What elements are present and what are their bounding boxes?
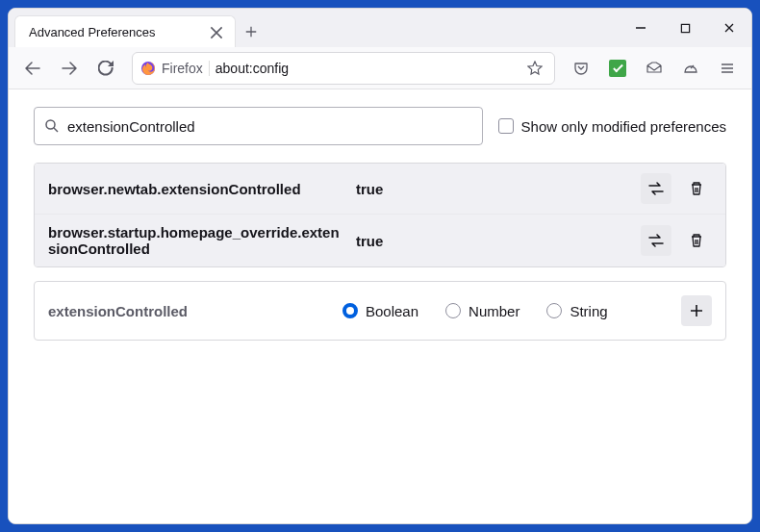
new-preference-name: extensionControlled (48, 303, 317, 319)
inbox-icon[interactable] (638, 52, 671, 85)
radio-label: Boolean (366, 303, 418, 319)
radio-label: String (570, 303, 607, 319)
pocket-icon[interactable] (565, 52, 597, 85)
toggle-button[interactable] (641, 225, 671, 256)
new-tab-button[interactable] (236, 16, 266, 47)
radio-icon (342, 303, 358, 318)
radio-boolean[interactable]: Boolean (342, 303, 418, 319)
radio-number[interactable]: Number (445, 303, 519, 319)
window-controls (619, 9, 751, 47)
about-config-content: Show only modified preferences browser.n… (9, 89, 751, 523)
close-window-button[interactable] (707, 9, 751, 47)
preference-value: true (356, 233, 631, 249)
firefox-icon (140, 61, 156, 76)
app-menu-button[interactable] (711, 52, 744, 85)
maximize-button[interactable] (663, 9, 707, 47)
close-tab-icon[interactable] (208, 24, 225, 41)
reload-button[interactable] (89, 52, 122, 85)
delete-button[interactable] (681, 225, 712, 256)
preference-row[interactable]: browser.startup.homepage_override.extens… (35, 214, 725, 266)
url-text: about:config (215, 61, 518, 76)
minimize-button[interactable] (619, 9, 663, 47)
config-search-box[interactable] (34, 107, 483, 145)
preference-value: true (356, 181, 631, 197)
forward-button[interactable] (53, 52, 86, 85)
active-tab[interactable]: Advanced Preferences (14, 15, 236, 48)
nav-toolbar: Firefox about:config (9, 47, 751, 89)
search-row: Show only modified preferences (34, 107, 726, 145)
browser-window: Advanced Preferences (8, 8, 752, 524)
back-button[interactable] (16, 52, 49, 85)
identity-label: Firefox (162, 61, 203, 76)
search-icon (44, 118, 60, 134)
radio-icon (546, 303, 562, 318)
preference-list: browser.newtab.extensionControlled true … (34, 163, 726, 267)
radio-string[interactable]: String (546, 303, 607, 319)
checkbox-icon (498, 118, 514, 134)
add-button[interactable] (681, 295, 712, 326)
radio-icon (445, 303, 461, 318)
toggle-button[interactable] (641, 173, 671, 204)
delete-button[interactable] (681, 173, 712, 204)
svg-rect-0 (681, 24, 689, 32)
bookmark-star-icon[interactable] (523, 57, 546, 80)
extension-icon[interactable] (601, 52, 634, 85)
preference-name: browser.startup.homepage_override.extens… (48, 224, 346, 257)
url-bar[interactable]: Firefox about:config (132, 52, 555, 85)
dashboard-icon[interactable] (674, 52, 707, 85)
svg-point-2 (46, 120, 55, 129)
tab-title: Advanced Preferences (29, 25, 208, 39)
type-radio-group: Boolean Number String (342, 303, 656, 319)
radio-label: Number (469, 303, 519, 319)
config-search-input[interactable] (67, 118, 472, 135)
preference-name: browser.newtab.extensionControlled (48, 181, 346, 197)
show-modified-checkbox[interactable]: Show only modified preferences (498, 118, 726, 135)
site-identity[interactable]: Firefox (140, 61, 210, 76)
titlebar: Advanced Preferences (9, 9, 751, 47)
preference-row[interactable]: browser.newtab.extensionControlled true (35, 164, 725, 214)
checkbox-label: Show only modified preferences (521, 118, 726, 135)
add-preference-row: extensionControlled Boolean Number Strin… (34, 281, 726, 341)
